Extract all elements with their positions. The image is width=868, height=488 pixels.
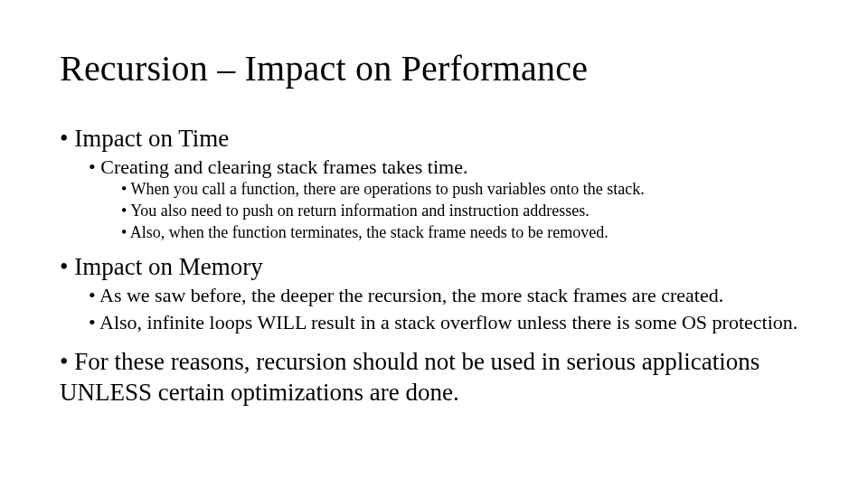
bullet-deeper-recursion: As we saw before, the deeper the recursi… (89, 283, 808, 308)
bullet-text: As we saw before, the deeper the recursi… (99, 284, 723, 306)
bullet-text: For these reasons, recursion should not … (60, 348, 760, 406)
bullet-text: When you call a function, there are oper… (130, 180, 644, 198)
bullet-text: You also need to push on return informat… (130, 202, 590, 220)
bullet-text: Impact on Memory (74, 253, 262, 280)
spacer (60, 338, 808, 343)
bullet-infinite-loops: Also, infinite loops WILL result in a st… (89, 310, 808, 335)
bullet-impact-time: Impact on Time Creating and clearing sta… (60, 124, 808, 243)
bullet-stack-frames: Creating and clearing stack frames takes… (89, 155, 808, 244)
sub-sublist: When you call a function, there are oper… (121, 179, 808, 243)
bullet-push-vars: When you call a function, there are oper… (121, 179, 808, 200)
bullet-list: Impact on Time Creating and clearing sta… (60, 124, 808, 408)
slide-title: Recursion – Impact on Performance (60, 47, 808, 89)
bullet-conclusion: For these reasons, recursion should not … (60, 347, 808, 408)
spacer (60, 247, 808, 249)
bullet-remove-frame: Also, when the function terminates, the … (121, 222, 808, 243)
bullet-text: Also, infinite loops WILL result in a st… (99, 311, 797, 333)
bullet-text: Also, when the function terminates, the … (130, 223, 609, 241)
sublist: As we saw before, the deeper the recursi… (89, 283, 808, 334)
sublist: Creating and clearing stack frames takes… (89, 155, 808, 244)
slide: Recursion – Impact on Performance Impact… (0, 0, 868, 488)
bullet-text: Creating and clearing stack frames takes… (100, 155, 467, 178)
bullet-return-info: You also need to push on return informat… (121, 201, 808, 221)
bullet-text: Impact on Time (74, 125, 229, 152)
bullet-impact-memory: Impact on Memory As we saw before, the d… (60, 252, 808, 334)
